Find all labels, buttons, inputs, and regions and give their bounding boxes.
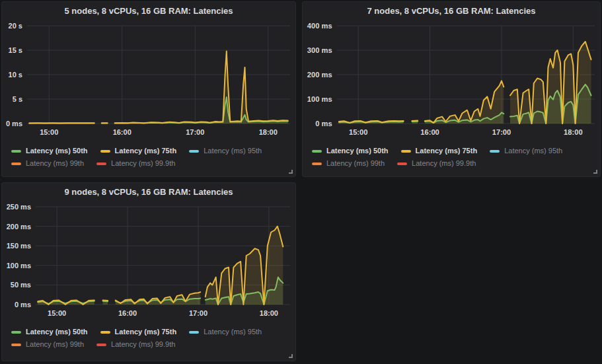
chart-legend: Latency (ms) 50th Latency (ms) 75th Late… — [303, 141, 600, 170]
panel-title[interactable]: 9 nodes, 8 vCPUs, 16 GB RAM: Latencies — [2, 183, 295, 200]
latency-chart-5-nodes[interactable]: 0 ms5 s10 s15 s20 s15:0016:0017:0018:00 — [2, 19, 295, 141]
series-swatch-95th — [490, 150, 500, 153]
svg-text:16:00: 16:00 — [118, 309, 137, 317]
svg-text:16:00: 16:00 — [113, 128, 132, 136]
svg-text:15 s: 15 s — [9, 46, 22, 54]
panel-resize-handle-icon[interactable] — [287, 168, 293, 174]
svg-text:100 ms: 100 ms — [307, 95, 332, 103]
legend-label: Latency (ms) 75th — [115, 326, 177, 338]
legend-item-99-9th[interactable]: Latency (ms) 99.9th — [397, 157, 476, 170]
legend-item-50th[interactable]: Latency (ms) 50th — [312, 145, 389, 157]
legend-label: Latency (ms) 75th — [115, 145, 177, 157]
legend-item-99th[interactable]: Latency (ms) 99th — [11, 338, 84, 351]
latency-chart-7-nodes[interactable]: 0 ms100 ms200 ms300 ms400 ms15:0016:0017… — [303, 19, 600, 141]
series-swatch-75th — [401, 150, 411, 153]
legend-item-99-9th[interactable]: Latency (ms) 99.9th — [96, 338, 175, 351]
series-swatch-50th — [11, 331, 21, 334]
svg-text:15:00: 15:00 — [40, 128, 58, 136]
svg-text:50 ms: 50 ms — [11, 281, 31, 289]
svg-text:0 ms: 0 ms — [6, 120, 22, 127]
svg-text:18:00: 18:00 — [564, 128, 582, 136]
legend-item-50th[interactable]: Latency (ms) 50th — [11, 145, 88, 157]
legend-label: Latency (ms) 95th — [204, 145, 262, 157]
chart-legend: Latency (ms) 50th Latency (ms) 75th Late… — [2, 141, 295, 170]
svg-text:0 ms: 0 ms — [15, 301, 31, 309]
legend-item-50th[interactable]: Latency (ms) 50th — [11, 326, 88, 338]
legend-label: Latency (ms) 75th — [416, 145, 478, 157]
svg-text:250 ms: 250 ms — [7, 203, 31, 211]
svg-text:17:00: 17:00 — [186, 128, 204, 136]
legend-item-95th[interactable]: Latency (ms) 95th — [189, 326, 262, 338]
legend-item-99-9th[interactable]: Latency (ms) 99.9th — [96, 157, 175, 170]
panel-title[interactable]: 7 nodes, 8 vCPUs, 16 GB RAM: Latencies — [303, 2, 600, 19]
panel-9-nodes-latencies: 9 nodes, 8 vCPUs, 16 GB RAM: Latencies 0… — [1, 182, 296, 361]
svg-text:100 ms: 100 ms — [7, 262, 31, 270]
chart-legend: Latency (ms) 50th Latency (ms) 75th Late… — [2, 322, 295, 351]
legend-item-95th[interactable]: Latency (ms) 95th — [189, 145, 262, 157]
series-swatch-75th — [100, 331, 110, 334]
legend-label: Latency (ms) 50th — [326, 145, 389, 157]
series-swatch-75th — [100, 150, 110, 153]
legend-label: Latency (ms) 95th — [204, 326, 262, 338]
svg-text:16:00: 16:00 — [420, 128, 439, 136]
svg-text:17:00: 17:00 — [189, 309, 207, 317]
latency-chart-9-nodes[interactable]: 0 ms50 ms100 ms150 ms200 ms250 ms15:0016… — [2, 200, 295, 322]
panel-title[interactable]: 5 nodes, 8 vCPUs, 16 GB RAM: Latencies — [2, 2, 295, 19]
series-swatch-95th — [189, 331, 199, 334]
legend-label: Latency (ms) 99.9th — [111, 338, 175, 351]
legend-item-95th[interactable]: Latency (ms) 95th — [490, 145, 562, 157]
svg-text:200 ms: 200 ms — [7, 223, 31, 231]
legend-item-99th[interactable]: Latency (ms) 99th — [11, 157, 84, 170]
series-swatch-99-9th — [96, 163, 106, 165]
legend-item-75th[interactable]: Latency (ms) 75th — [100, 145, 177, 157]
legend-label: Latency (ms) 99th — [26, 157, 84, 170]
svg-text:5 s: 5 s — [13, 95, 22, 103]
svg-text:15:00: 15:00 — [349, 128, 367, 136]
chart-content: 0 ms100 ms200 ms300 ms400 ms15:0016:0017… — [307, 22, 595, 136]
svg-text:17:00: 17:00 — [492, 128, 511, 136]
series-swatch-95th — [189, 150, 199, 153]
series-swatch-50th — [312, 150, 322, 153]
series-swatch-99th — [312, 163, 322, 165]
panel-resize-handle-icon[interactable] — [592, 168, 598, 174]
series-swatch-99-9th — [397, 163, 407, 165]
svg-text:10 s: 10 s — [9, 71, 22, 79]
legend-label: Latency (ms) 50th — [26, 145, 88, 157]
svg-text:0 ms: 0 ms — [315, 120, 332, 127]
legend-item-75th[interactable]: Latency (ms) 75th — [100, 326, 177, 338]
panel-5-nodes-latencies: 5 nodes, 8 vCPUs, 16 GB RAM: Latencies 0… — [1, 1, 296, 177]
svg-text:20 s: 20 s — [9, 22, 22, 30]
panel-resize-handle-icon[interactable] — [287, 353, 293, 359]
legend-label: Latency (ms) 99th — [26, 338, 84, 351]
legend-label: Latency (ms) 99th — [326, 157, 385, 170]
series-swatch-99-9th — [96, 344, 106, 346]
dashboard-grid: 5 nodes, 8 vCPUs, 16 GB RAM: Latencies 0… — [0, 0, 602, 363]
panel-7-nodes-latencies: 7 nodes, 8 vCPUs, 16 GB RAM: Latencies 0… — [302, 1, 601, 177]
chart-content: 0 ms50 ms100 ms150 ms200 ms250 ms15:0016… — [7, 203, 290, 317]
legend-item-99th[interactable]: Latency (ms) 99th — [312, 157, 385, 170]
legend-label: Latency (ms) 95th — [504, 145, 562, 157]
svg-text:400 ms: 400 ms — [307, 22, 332, 30]
legend-label: Latency (ms) 99.9th — [412, 157, 476, 170]
svg-text:18:00: 18:00 — [260, 309, 278, 317]
empty-dashboard-cell — [302, 182, 601, 361]
legend-label: Latency (ms) 99.9th — [111, 157, 175, 170]
chart-content: 0 ms5 s10 s15 s20 s15:0016:0017:0018:00 — [6, 22, 290, 136]
series-swatch-50th — [11, 150, 21, 153]
legend-label: Latency (ms) 50th — [26, 326, 88, 338]
legend-item-75th[interactable]: Latency (ms) 75th — [401, 145, 478, 157]
svg-text:150 ms: 150 ms — [7, 242, 31, 250]
svg-text:15:00: 15:00 — [48, 309, 66, 317]
svg-text:200 ms: 200 ms — [307, 71, 332, 79]
series-swatch-99th — [11, 163, 21, 165]
series-swatch-99th — [11, 344, 21, 346]
svg-text:18:00: 18:00 — [259, 128, 278, 136]
svg-text:300 ms: 300 ms — [307, 46, 332, 54]
